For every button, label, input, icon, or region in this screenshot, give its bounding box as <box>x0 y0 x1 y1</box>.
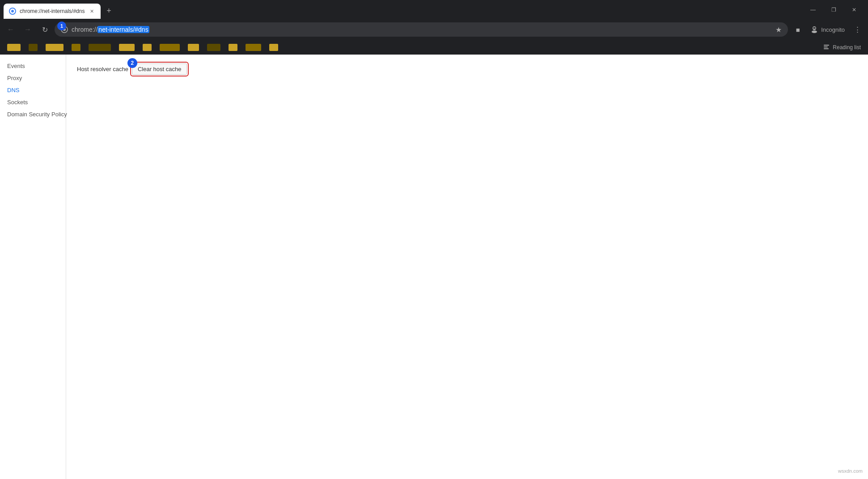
new-tab-button[interactable]: + <box>102 4 115 17</box>
bookmark-favicon-7 <box>143 44 152 51</box>
svg-point-1 <box>11 10 14 13</box>
bookmark-item-13[interactable] <box>266 42 282 53</box>
svg-rect-6 <box>813 27 816 29</box>
incognito-label: Incognito <box>821 26 845 33</box>
toolbar-actions: ■ Incognito ⋮ <box>791 22 864 37</box>
window-controls: — ❐ ✕ <box>803 3 864 17</box>
address-bar[interactable]: 1 chrome://net-internals/#dns ★ <box>55 22 788 37</box>
sidebar-item-proxy[interactable]: Proxy <box>0 72 66 84</box>
bookmark-favicon-9 <box>188 44 199 51</box>
clear-cache-wrapper: 2 Clear host cache <box>132 64 187 75</box>
bookmark-item-7[interactable] <box>139 42 155 53</box>
browser-chrome: chrome://net-internals/#dns ✕ + — ❐ ✕ ← … <box>0 0 868 55</box>
bookmark-favicon-4 <box>72 44 80 51</box>
reading-list-icon <box>823 44 830 51</box>
incognito-icon <box>810 25 818 34</box>
address-text: chrome://net-internals/#dns <box>72 26 772 33</box>
main-content: Host resolver cache 2 Clear host cache w… <box>66 55 868 479</box>
bookmark-favicon-10 <box>207 44 220 51</box>
tab-close-button[interactable]: ✕ <box>88 8 95 15</box>
dns-section: Host resolver cache 2 Clear host cache <box>77 64 857 75</box>
clear-host-cache-button[interactable]: Clear host cache <box>132 64 187 75</box>
sidebar-item-sockets[interactable]: Sockets <box>0 96 66 108</box>
bookmark-item-8[interactable] <box>156 42 183 53</box>
forward-button[interactable]: → <box>21 22 35 37</box>
svg-rect-8 <box>824 47 828 47</box>
step-badge-2: 2 <box>127 58 137 68</box>
bookmark-favicon-6 <box>119 44 135 51</box>
bookmark-item-11[interactable] <box>225 42 241 53</box>
incognito-button[interactable]: Incognito <box>806 24 849 35</box>
sidebar: Events Proxy DNS Sockets Domain Security… <box>0 55 66 479</box>
bookmark-favicon-13 <box>269 44 278 51</box>
bookmark-item-3[interactable] <box>42 42 67 53</box>
bookmark-favicon-2 <box>29 44 38 51</box>
bookmark-item-10[interactable] <box>203 42 224 53</box>
host-resolver-label: Host resolver cache <box>77 66 128 72</box>
tab-favicon <box>9 8 16 15</box>
bookmark-item-1[interactable] <box>4 42 24 53</box>
bookmark-favicon-8 <box>160 44 180 51</box>
sidebar-item-events[interactable]: Events <box>0 60 66 72</box>
svg-point-5 <box>812 30 817 33</box>
bookmark-favicon-1 <box>7 44 21 51</box>
close-button[interactable]: ✕ <box>844 3 864 17</box>
address-bar-badge-wrapper: 1 <box>61 26 68 33</box>
bookmark-item-9[interactable] <box>184 42 203 53</box>
back-button[interactable]: ← <box>4 22 18 37</box>
bookmark-item-12[interactable] <box>242 42 265 53</box>
bookmarks-bar: Reading list <box>0 40 868 55</box>
bookmark-favicon-5 <box>89 44 111 51</box>
bookmark-item-2[interactable] <box>25 42 41 53</box>
minimize-button[interactable]: — <box>803 3 823 17</box>
bookmark-favicon-12 <box>246 44 261 51</box>
step-badge-1: 1 <box>57 21 66 30</box>
extensions-button[interactable]: ■ <box>791 22 805 37</box>
sidebar-item-dns[interactable]: DNS <box>0 84 66 96</box>
bookmark-favicon-11 <box>229 44 237 51</box>
reading-list-button[interactable]: Reading list <box>819 42 864 53</box>
bookmark-item-5[interactable] <box>85 42 114 53</box>
watermark: wsxdn.com <box>838 468 863 474</box>
page-content: Events Proxy DNS Sockets Domain Security… <box>0 55 868 479</box>
bookmark-item-6[interactable] <box>115 42 138 53</box>
tab-bar: chrome://net-internals/#dns ✕ + — ❐ ✕ <box>0 0 868 19</box>
restore-button[interactable]: ❐ <box>823 3 844 17</box>
address-bar-row: ← → ↻ 1 chrome://net-internals/#dns ★ ■ <box>0 19 868 40</box>
sidebar-item-domain-security[interactable]: Domain Security Policy <box>0 108 66 120</box>
bookmark-star-icon[interactable]: ★ <box>775 25 782 34</box>
svg-rect-9 <box>824 48 829 49</box>
tab-title: chrome://net-internals/#dns <box>20 8 85 14</box>
bookmark-favicon-3 <box>46 44 64 51</box>
bookmark-item-4[interactable] <box>68 42 84 53</box>
menu-button[interactable]: ⋮ <box>850 22 864 37</box>
svg-rect-7 <box>824 45 829 46</box>
reload-button[interactable]: ↻ <box>38 22 52 37</box>
reading-list-label: Reading list <box>833 44 861 51</box>
active-tab[interactable]: chrome://net-internals/#dns ✕ <box>4 4 101 19</box>
